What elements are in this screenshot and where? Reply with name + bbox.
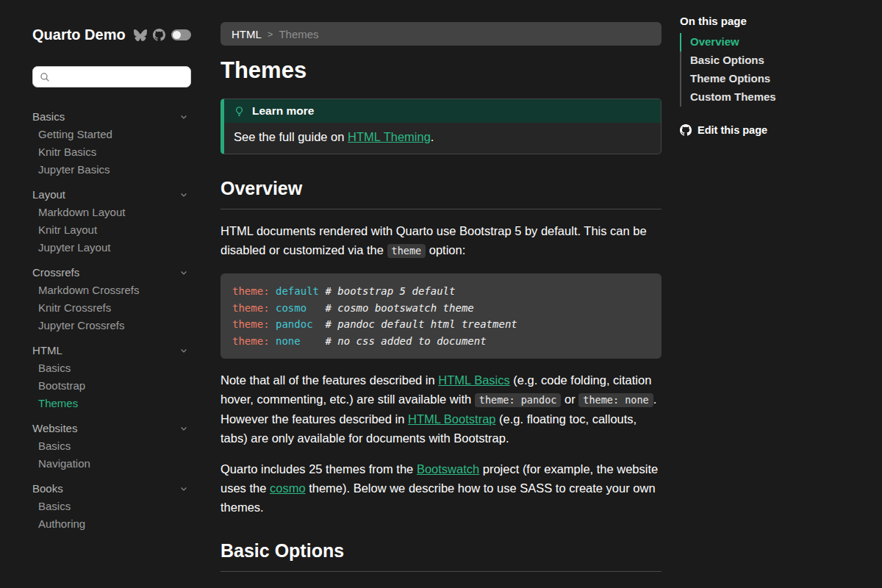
breadcrumb-current: Themes <box>279 28 318 40</box>
left-sidebar: Quarto Demo Basics Getting Started Knitr… <box>0 0 213 588</box>
edit-this-page-link[interactable]: Edit this page <box>680 124 882 136</box>
section-title: Crossrefs <box>32 263 79 282</box>
sidebar-item-bootstrap[interactable]: Bootstrap <box>32 377 200 395</box>
inline-code: theme <box>387 244 426 258</box>
sidebar-item-websites-basics[interactable]: Basics <box>32 437 200 455</box>
text-segment <box>313 318 326 330</box>
sidebar-item-navigation[interactable]: Navigation <box>32 455 200 473</box>
text-segment <box>301 335 326 347</box>
section-title: Basics <box>32 107 65 126</box>
chevron-down-icon <box>179 190 188 199</box>
sidebar-nav: Basics Getting Started Knitr Basics Jupy… <box>32 107 200 533</box>
section-title: Books <box>32 479 63 498</box>
text-segment: Quarto includes 25 themes from the <box>220 462 417 476</box>
paragraph: HTML documents rendered with Quarto use … <box>220 221 662 260</box>
toc-sidebar: On this page Overview Basic Options Them… <box>662 0 882 588</box>
dark-mode-toggle[interactable] <box>171 29 191 40</box>
section-title: HTML <box>32 341 62 359</box>
code-line: theme: default # bootstrap 5 default <box>232 283 650 300</box>
code-token-comment: # pandoc default html treatment <box>325 318 517 330</box>
sidebar-item-jupyter-crossrefs[interactable]: Jupyter Crossrefs <box>32 317 200 334</box>
sidebar-item-jupyter-basics[interactable]: Jupyter Basics <box>32 161 200 179</box>
sidebar-item-books-basics[interactable]: Basics <box>32 498 200 515</box>
code-token-value: none <box>276 335 301 347</box>
toc-heading: On this page <box>680 15 882 27</box>
callout-header: Learn more <box>224 99 661 123</box>
learn-more-callout: Learn more See the full guide on HTML Th… <box>220 98 662 154</box>
nav-section-websites: Websites Basics Navigation <box>32 419 200 473</box>
breadcrumb: HTML > Themes <box>220 22 662 46</box>
text-segment: . <box>431 130 434 143</box>
paragraph: Quarto includes 25 themes from the Boots… <box>220 459 662 517</box>
nav-section-layout: Layout Markdown Layout Knitr Layout Jupy… <box>32 185 200 257</box>
code-block: theme: default # bootstrap 5 defaultthem… <box>220 273 662 359</box>
breadcrumb-link-html[interactable]: HTML <box>232 28 262 40</box>
nav-section-crossrefs: Crossrefs Markdown Crossrefs Knitr Cross… <box>32 263 200 334</box>
breadcrumb-separator: > <box>268 29 273 40</box>
overview-heading: Overview <box>220 178 662 209</box>
sidebar-item-knitr-crossrefs[interactable]: Knitr Crossrefs <box>32 299 200 317</box>
sidebar-item-knitr-basics[interactable]: Knitr Basics <box>32 143 200 161</box>
sidebar-item-markdown-crossrefs[interactable]: Markdown Crossrefs <box>32 282 200 299</box>
sidebar-section-crossrefs[interactable]: Crossrefs <box>32 263 188 282</box>
text-segment: option: <box>426 243 465 257</box>
code-token-key: theme: <box>232 302 276 314</box>
sidebar-section-layout[interactable]: Layout <box>32 185 188 204</box>
sidebar-section-websites[interactable]: Websites <box>32 419 188 437</box>
code-line: theme: pandoc # pandoc default html trea… <box>232 316 650 333</box>
toc-item-overview[interactable]: Overview <box>680 33 882 51</box>
github-icon[interactable] <box>153 29 165 41</box>
page-title: Themes <box>220 57 662 84</box>
search-input[interactable] <box>54 71 184 83</box>
inline-code: theme: pandoc <box>475 393 562 407</box>
text-segment: Note that all of the features described … <box>220 373 438 387</box>
toc-item-custom-themes[interactable]: Custom Themes <box>680 88 882 107</box>
code-line: theme: none # no css added to document <box>232 333 650 350</box>
inline-link[interactable]: HTML Bootstrap <box>408 412 496 426</box>
code-token-key: theme: <box>232 335 276 347</box>
chevron-down-icon <box>179 484 188 493</box>
sidebar-section-books[interactable]: Books <box>32 479 188 498</box>
paragraph: Pandoc supports a set of basic metadata … <box>220 584 662 588</box>
code-token-value: cosmo <box>276 302 306 314</box>
section-title: Layout <box>32 185 65 204</box>
sidebar-item-themes[interactable]: Themes <box>32 395 200 412</box>
inline-link[interactable]: HTML Theming <box>348 130 431 143</box>
sidebar-item-authoring[interactable]: Authoring <box>32 515 200 533</box>
nav-section-books: Books Basics Authoring <box>32 479 200 533</box>
edit-this-page-label: Edit this page <box>698 124 767 136</box>
sidebar-section-basics[interactable]: Basics <box>32 107 188 126</box>
chevron-down-icon <box>179 424 188 433</box>
chevron-down-icon <box>179 268 188 277</box>
text-segment: See the full guide on <box>234 130 348 143</box>
section-title: Websites <box>32 419 77 437</box>
lightbulb-icon <box>234 106 245 117</box>
toc-item-basic-options[interactable]: Basic Options <box>680 51 882 70</box>
toc-item-theme-options[interactable]: Theme Options <box>680 70 882 88</box>
main-content: HTML > Themes Themes Learn more See the … <box>220 0 662 588</box>
inline-link[interactable]: HTML Basics <box>438 373 510 387</box>
brand-row: Quarto Demo <box>32 26 200 43</box>
nav-section-html: HTML Basics Bootstrap Themes <box>32 341 200 412</box>
search-box[interactable] <box>32 66 191 87</box>
code-token-key: theme: <box>232 285 276 297</box>
chevron-down-icon <box>179 346 188 355</box>
sidebar-item-markdown-layout[interactable]: Markdown Layout <box>32 204 200 221</box>
inline-link[interactable]: Bootswatch <box>417 462 479 476</box>
code-token-comment: # cosmo bootswatch theme <box>325 302 473 314</box>
sidebar-item-html-basics[interactable]: Basics <box>32 359 200 377</box>
sidebar-item-jupyter-layout[interactable]: Jupyter Layout <box>32 239 200 257</box>
paragraph: Note that all of the features described … <box>220 370 662 448</box>
sidebar-item-getting-started[interactable]: Getting Started <box>32 126 200 143</box>
callout-body: See the full guide on HTML Theming. <box>224 123 661 154</box>
nav-section-basics: Basics Getting Started Knitr Basics Jupy… <box>32 107 200 179</box>
site-title: Quarto Demo <box>32 26 126 43</box>
sidebar-section-html[interactable]: HTML <box>32 341 188 359</box>
text-segment: or <box>561 392 578 406</box>
bluesky-icon[interactable] <box>134 29 147 42</box>
inline-link[interactable]: cosmo <box>270 481 306 495</box>
code-token-value: pandoc <box>276 318 313 330</box>
toc-list: Overview Basic Options Theme Options Cus… <box>680 33 882 107</box>
code-token-comment: # no css added to document <box>325 335 486 347</box>
sidebar-item-knitr-layout[interactable]: Knitr Layout <box>32 221 200 239</box>
